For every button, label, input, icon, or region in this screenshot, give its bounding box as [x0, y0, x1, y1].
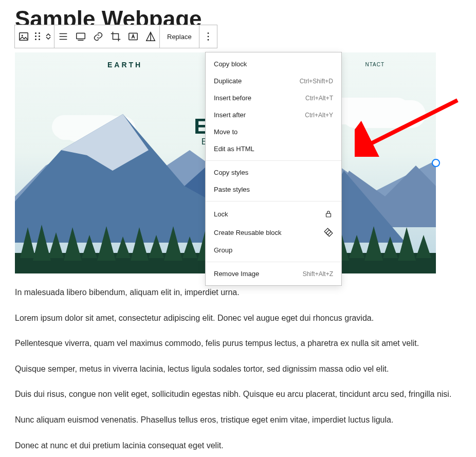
- svg-line-46: [365, 100, 457, 147]
- more-options-icon[interactable]: [199, 25, 217, 48]
- block-toolbar: Replace: [14, 25, 217, 48]
- menu-copy-styles[interactable]: Copy styles: [206, 164, 341, 181]
- replace-button[interactable]: Replace: [160, 25, 199, 48]
- resize-handle[interactable]: [432, 159, 440, 167]
- svg-marker-41: [398, 227, 416, 261]
- svg-marker-19: [33, 225, 51, 261]
- svg-marker-25: [131, 227, 149, 261]
- menu-lock[interactable]: Lock: [206, 205, 341, 223]
- svg-marker-42: [416, 235, 431, 258]
- menu-paste-styles[interactable]: Paste styles: [206, 181, 341, 198]
- menu-insert-after[interactable]: Insert afterCtrl+Alt+Y: [206, 106, 341, 123]
- annotation-arrow-icon: [355, 95, 463, 159]
- caption-icon[interactable]: [72, 25, 89, 48]
- svg-rect-5: [77, 33, 85, 39]
- paragraph[interactable]: Pellentesque viverra, quam vel maximus c…: [15, 337, 455, 350]
- menu-edit-html[interactable]: Edit as HTML: [206, 140, 341, 157]
- paragraph[interactable]: In malesuada libero bibendum, aliquam el…: [15, 286, 455, 299]
- svg-marker-27: [164, 226, 182, 261]
- svg-marker-23: [97, 226, 116, 261]
- svg-marker-20: [48, 232, 64, 258]
- image-logo: EARTH: [107, 61, 142, 69]
- paragraph[interactable]: Nunc aliquam euismod venenatis. Phasellu…: [15, 413, 455, 427]
- paragraph[interactable]: Duis dui risus, congue non velit eget, s…: [15, 388, 455, 401]
- svg-marker-24: [116, 236, 131, 258]
- svg-point-10: [207, 39, 209, 41]
- svg-marker-39: [364, 226, 383, 261]
- paragraph[interactable]: Lorem ipsum dolor sit amet, consectetur …: [15, 312, 455, 325]
- menu-move-to[interactable]: Move to: [206, 123, 341, 140]
- svg-marker-38: [349, 235, 364, 258]
- menu-create-reusable[interactable]: Create Reusable block: [206, 223, 341, 242]
- move-up-down-icon[interactable]: [43, 33, 54, 40]
- text-overlay-icon[interactable]: [124, 25, 142, 48]
- svg-marker-40: [383, 236, 398, 258]
- paragraph[interactable]: Quisque semper, metus in viverra lacinia…: [15, 362, 455, 376]
- svg-marker-21: [64, 227, 82, 261]
- crop-icon[interactable]: [107, 25, 124, 48]
- image-nav-fragment: NTACT: [365, 62, 385, 67]
- svg-marker-22: [82, 235, 97, 258]
- menu-remove-image[interactable]: Remove ImageShift+Alt+Z: [206, 265, 341, 282]
- menu-duplicate[interactable]: DuplicateCtrl+Shift+D: [206, 72, 341, 89]
- duotone-icon[interactable]: [142, 25, 159, 48]
- reusable-icon: [324, 228, 333, 237]
- svg-point-9: [207, 36, 209, 38]
- svg-marker-26: [149, 235, 164, 258]
- block-options-menu: Copy block DuplicateCtrl+Shift+D Insert …: [205, 52, 342, 286]
- svg-rect-43: [326, 213, 331, 217]
- svg-rect-0: [20, 33, 28, 41]
- article-body: In malesuada libero bibendum, aliquam el…: [15, 286, 455, 457]
- link-icon[interactable]: [89, 25, 107, 48]
- paragraph[interactable]: Donec at nunc et dui pretium lacinia con…: [15, 439, 455, 452]
- lock-icon: [324, 209, 333, 218]
- svg-marker-28: [182, 236, 197, 258]
- svg-point-1: [22, 35, 23, 36]
- align-icon[interactable]: [54, 25, 72, 48]
- svg-marker-18: [20, 227, 35, 258]
- menu-group[interactable]: Group: [206, 242, 341, 259]
- drag-handle-icon[interactable]: [32, 32, 43, 41]
- svg-point-8: [207, 32, 209, 34]
- menu-copy-block[interactable]: Copy block: [206, 56, 341, 72]
- image-block-icon[interactable]: [15, 25, 32, 48]
- menu-insert-before[interactable]: Insert beforeCtrl+Alt+T: [206, 89, 341, 106]
